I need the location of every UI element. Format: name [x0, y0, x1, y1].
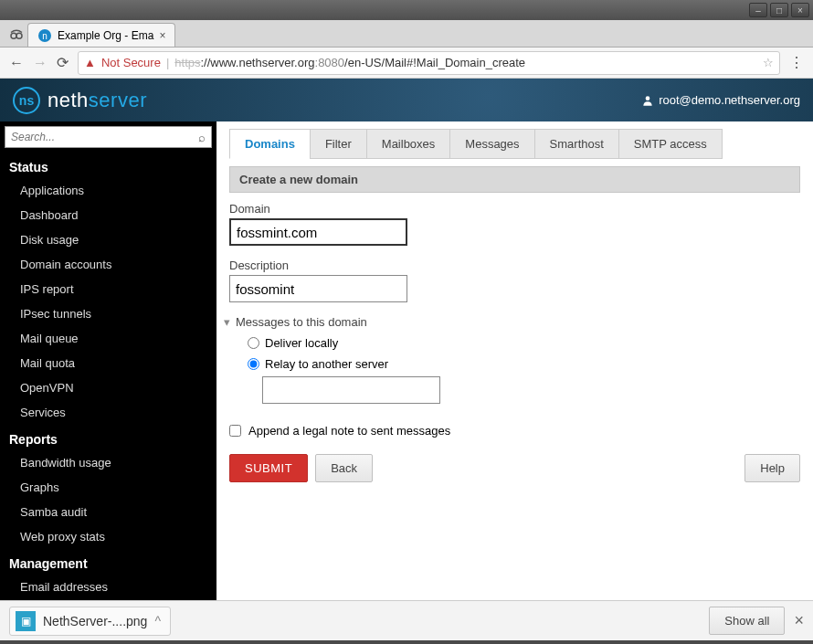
- brand-text: nethserver: [48, 89, 147, 112]
- download-filename: NethServer-....png: [43, 614, 147, 628]
- url-port: :8080: [315, 56, 345, 69]
- not-secure-label: Not Secure: [101, 56, 161, 69]
- download-chip[interactable]: ▣ NethServer-....png ^: [9, 607, 171, 636]
- description-label: Description: [229, 259, 800, 272]
- window-titlebar: – □ ×: [0, 0, 813, 20]
- search-input[interactable]: [11, 131, 198, 143]
- sidebar-item-samba-audit[interactable]: Samba audit: [0, 500, 216, 524]
- sidebar-item-mail-queue[interactable]: Mail queue: [0, 326, 216, 351]
- description-input[interactable]: [229, 275, 407, 302]
- tab-filter[interactable]: Filter: [310, 129, 367, 159]
- sidebar: ⌕ Status Applications Dashboard Disk usa…: [0, 121, 216, 600]
- svg-point-0: [11, 33, 16, 38]
- append-note-row[interactable]: Append a legal note to sent messages: [229, 424, 800, 438]
- domain-form: Domain Description ▾ Messages to this do…: [229, 193, 800, 482]
- radio-deliver-locally-input[interactable]: [248, 337, 259, 349]
- sidebar-item-ips-report[interactable]: IPS report: [0, 277, 216, 301]
- tab-close-icon[interactable]: ×: [159, 29, 165, 42]
- svg-point-4: [646, 96, 650, 100]
- url-path: /en-US/Mail#!Mail_Domain_create: [344, 56, 525, 69]
- sidebar-item-applications[interactable]: Applications: [0, 178, 216, 203]
- downloads-bar: ▣ NethServer-....png ^ Show all ×: [0, 600, 813, 640]
- radio-deliver-locally-label: Deliver locally: [265, 336, 338, 350]
- domain-input[interactable]: [229, 218, 407, 246]
- url-scheme: https: [174, 56, 200, 69]
- incognito-icon: [5, 26, 27, 42]
- back-icon[interactable]: ←: [9, 55, 24, 71]
- warning-icon: ▲: [84, 56, 96, 69]
- user-menu[interactable]: root@demo.nethserver.org: [641, 93, 800, 107]
- search-icon[interactable]: ⌕: [198, 131, 206, 144]
- address-bar[interactable]: ▲ Not Secure | https://www.nethserver.or…: [78, 51, 780, 75]
- browser-toolbar: ← → ⟳ ▲ Not Secure | https://www.nethser…: [0, 48, 813, 79]
- window-maximize-button[interactable]: □: [770, 3, 788, 17]
- app-body: ⌕ Status Applications Dashboard Disk usa…: [0, 121, 813, 600]
- download-thumb-icon: ▣: [16, 611, 36, 631]
- sidebar-item-web-proxy-stats[interactable]: Web proxy stats: [0, 524, 216, 549]
- forward-icon[interactable]: →: [33, 55, 48, 71]
- sidebar-item-email-addresses[interactable]: Email addresses: [0, 575, 216, 599]
- sidebar-item-dashboard[interactable]: Dashboard: [0, 203, 216, 227]
- separator: |: [166, 56, 169, 69]
- mail-tabs: Domains Filter Mailboxes Messages Smarth…: [229, 129, 800, 159]
- sidebar-item-graphs[interactable]: Graphs: [0, 475, 216, 500]
- sidebar-heading-reports: Reports: [0, 425, 216, 450]
- group-messages-to-domain[interactable]: ▾ Messages to this domain: [224, 315, 800, 329]
- panel-title: Create a new domain: [229, 166, 800, 193]
- append-note-checkbox[interactable]: [229, 425, 241, 437]
- chevron-down-icon: ▾: [224, 315, 230, 329]
- chevron-up-icon[interactable]: ^: [154, 614, 161, 628]
- radio-relay-input[interactable]: [248, 358, 259, 370]
- tab-smarthost[interactable]: Smarthost: [534, 129, 619, 159]
- logo-badge-icon: ns: [13, 87, 40, 114]
- submit-button[interactable]: SUBMIT: [229, 454, 308, 482]
- app-header: ns nethserver root@demo.nethserver.org: [0, 79, 813, 121]
- sidebar-item-bandwidth[interactable]: Bandwidth usage: [0, 450, 216, 475]
- menu-icon[interactable]: ⋮: [789, 54, 804, 71]
- svg-point-1: [16, 33, 22, 38]
- reload-icon[interactable]: ⟳: [57, 54, 69, 71]
- browser-tab[interactable]: n Example Org - Ema ×: [27, 23, 175, 47]
- tab-title: Example Org - Ema: [58, 29, 153, 42]
- domain-label: Domain: [229, 202, 800, 216]
- favicon-icon: n: [37, 28, 52, 43]
- radio-relay[interactable]: Relay to another server: [229, 355, 800, 376]
- url-host: www.nethserver.org: [210, 56, 314, 69]
- relay-server-input[interactable]: [262, 376, 440, 404]
- sidebar-item-domain-accounts[interactable]: Domain accounts: [0, 252, 216, 277]
- brand-logo[interactable]: ns nethserver: [13, 87, 147, 114]
- tab-smtp-access[interactable]: SMTP access: [618, 129, 723, 159]
- sidebar-search[interactable]: ⌕: [5, 126, 212, 148]
- group-label: Messages to this domain: [236, 315, 367, 329]
- sidebar-item-disk-usage[interactable]: Disk usage: [0, 227, 216, 252]
- tab-messages[interactable]: Messages: [449, 129, 534, 159]
- sidebar-heading-management: Management: [0, 549, 216, 575]
- bookmark-icon[interactable]: ☆: [763, 56, 774, 69]
- sidebar-item-ipsec-tunnels[interactable]: IPsec tunnels: [0, 301, 216, 326]
- window-close-button[interactable]: ×: [791, 3, 809, 17]
- sidebar-item-services[interactable]: Services: [0, 400, 216, 425]
- help-button[interactable]: Help: [744, 454, 800, 482]
- append-note-label: Append a legal note to sent messages: [248, 424, 450, 438]
- tab-domains[interactable]: Domains: [229, 129, 311, 159]
- close-downloads-icon[interactable]: ×: [794, 611, 804, 630]
- sidebar-heading-status: Status: [0, 153, 216, 178]
- sidebar-item-mail-quota[interactable]: Mail quota: [0, 351, 216, 375]
- user-icon: [641, 94, 654, 107]
- svg-text:n: n: [42, 31, 48, 41]
- main-content: Domains Filter Mailboxes Messages Smarth…: [216, 121, 813, 600]
- window-minimize-button[interactable]: –: [749, 3, 767, 17]
- tab-mailboxes[interactable]: Mailboxes: [366, 129, 451, 159]
- sidebar-item-openvpn[interactable]: OpenVPN: [0, 375, 216, 400]
- radio-deliver-locally[interactable]: Deliver locally: [229, 334, 800, 355]
- browser-tab-strip: n Example Org - Ema ×: [0, 20, 813, 48]
- user-label: root@demo.nethserver.org: [659, 93, 800, 107]
- back-button[interactable]: Back: [315, 454, 373, 482]
- form-actions: SUBMIT Back Help: [229, 454, 800, 482]
- radio-relay-label: Relay to another server: [265, 357, 388, 371]
- show-all-downloads-button[interactable]: Show all: [709, 607, 785, 635]
